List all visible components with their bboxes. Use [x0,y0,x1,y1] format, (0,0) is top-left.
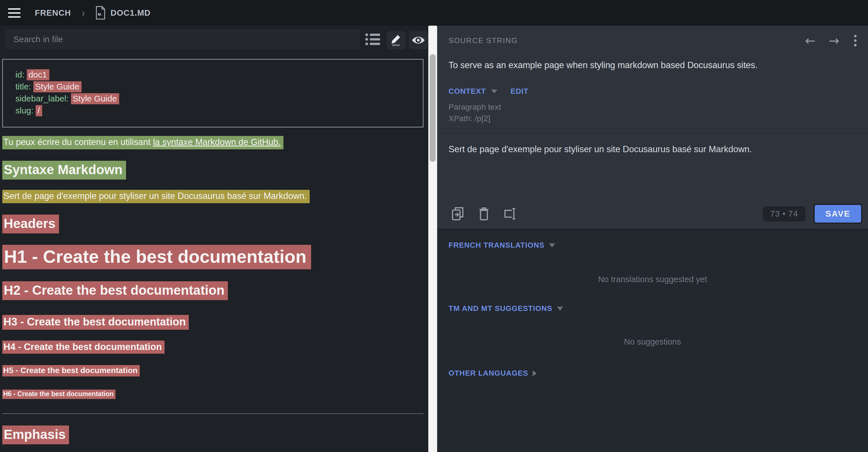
other-languages-label: OTHER LANGUAGES [448,369,528,378]
top-bar: FRENCH › M↓ DOC1.MD [0,0,868,26]
heading-h2: H2 - Create the best documentation [2,281,428,300]
frontmatter-line: id:doc1 [16,69,417,80]
translation-toolbar: 73 • 74 SAVE [437,203,868,225]
frontmatter-line: slug:/ [16,105,417,117]
untranslated-string[interactable]: H1 - Create the best documentation [2,245,311,269]
edit-mode-button[interactable] [387,31,405,49]
translation-panel: SOURCE STRING ← → To serve as an example… [437,26,868,452]
heading-h6: H6 - Create the best documentation [2,390,428,399]
frontmatter-key: id: [16,70,25,79]
heading-headers: Headers [2,215,428,233]
french-translations-label: FRENCH TRANSLATIONS [448,241,545,250]
tm-mt-suggestions-section[interactable]: TM AND MT SUGGESTIONS [437,304,868,313]
copy-source-button[interactable] [451,206,465,221]
svg-text:M↓: M↓ [97,12,102,17]
source-string[interactable]: Style Guide [33,81,82,92]
heading-h5: H5 - Create the best documentation [2,365,428,377]
hamburger-menu-icon[interactable] [8,8,21,18]
eye-icon [411,35,425,45]
heading-h1: H1 - Create the best documentation [2,245,428,269]
suggestions-area: FRENCH TRANSLATIONS No translations sugg… [437,230,868,452]
translation-input[interactable]: Sert de page d'exemple pour styliser un … [437,133,868,168]
pencil-icon [390,34,402,46]
untranslated-string[interactable]: H3 - Create the best documentation [2,315,189,330]
markdown-file-icon: M↓ [95,6,106,20]
untranslated-string[interactable]: H2 - Create the best documentation [2,281,228,300]
no-translations-message: No translations suggested yet [437,275,868,284]
edit-context-button[interactable]: EDIT [510,87,528,96]
source-string-card: SOURCE STRING ← → To serve as an example… [437,26,868,229]
vertical-scrollbar-thumb[interactable] [430,54,436,162]
horizontal-rule [2,413,424,414]
translated-string[interactable]: Syntaxe Markdown [2,161,126,180]
heading-syntax: Syntaxe Markdown [2,161,428,180]
char-counter: 73 • 74 [763,206,806,221]
translated-string[interactable]: Tu peux écrire du contenu en utilisant l… [2,136,283,149]
save-button[interactable]: SAVE [813,204,862,224]
text-cursor-icon [503,207,517,221]
context-toggle[interactable]: CONTEXT [448,87,486,96]
trash-icon [479,207,489,221]
inline-link[interactable]: la syntaxe Markdown de GitHub. [153,137,281,147]
preview-mode-button[interactable] [409,31,428,49]
source-string[interactable]: Style Guide [71,93,119,104]
heading-h3: H3 - Create the best documentation [2,315,428,330]
other-languages-section[interactable]: OTHER LANGUAGES [437,369,868,378]
list-view-button[interactable] [365,32,381,46]
frontmatter-key: slug: [16,106,33,115]
frontmatter-key: sidebar_label: [16,94,69,103]
breadcrumb-file[interactable]: DOC1.MD [111,8,151,18]
copy-source-icon [452,206,464,221]
selected-string[interactable]: Sert de page d'exemple pour styliser un … [2,190,310,203]
chevron-right-icon [533,370,537,377]
paragraph-intro: Tu peux écrire du contenu en utilisant l… [2,136,428,149]
source-string-title: SOURCE STRING [448,36,518,45]
french-translations-section[interactable]: FRENCH TRANSLATIONS [437,230,868,250]
next-string-button[interactable]: → [829,34,839,47]
untranslated-string[interactable]: H6 - Create the best documentation [2,390,116,399]
list-icon [365,33,380,45]
select-text-button[interactable] [503,206,517,221]
frontmatter-key: title: [16,82,31,91]
paragraph-selected: Sert de page d'exemple pour styliser un … [2,190,428,203]
search-input[interactable] [5,29,360,50]
vertical-scrollbar-track [428,26,437,452]
kebab-menu-icon[interactable] [852,34,858,47]
document-preview: id:doc1 title:Style Guide sidebar_label:… [0,53,428,452]
delete-translation-button[interactable] [477,206,491,221]
source-string-text: To serve as an example page when styling… [437,47,868,70]
tm-mt-label: TM AND MT SUGGESTIONS [448,304,552,313]
chevron-right-icon: › [82,6,85,19]
chevron-down-icon [557,306,563,311]
frontmatter-line: title:Style Guide [16,80,417,93]
file-search-row [0,26,428,53]
untranslated-string[interactable]: Headers [2,215,59,233]
source-string[interactable]: / [36,105,42,116]
chevron-down-icon [549,244,555,247]
frontmatter-line: sidebar_label:Style Guide [16,93,417,105]
heading-emphasis: Emphasis [2,425,428,444]
no-suggestions-message: No suggestions [437,337,868,347]
frontmatter-block: id:doc1 title:Style Guide sidebar_label:… [2,59,424,127]
context-type: Paragraph text [448,101,857,113]
chevron-down-icon [491,90,497,94]
untranslated-string[interactable]: H5 - Create the best documentation [2,365,140,377]
breadcrumb-project[interactable]: FRENCH [35,8,71,18]
untranslated-string[interactable]: H4 - Create the best documentation [2,341,164,354]
untranslated-string[interactable]: Emphasis [2,425,69,444]
heading-h4: H4 - Create the best documentation [2,341,428,354]
source-string[interactable]: doc1 [27,69,49,80]
previous-string-button[interactable]: ← [805,34,815,47]
context-xpath: XPath: /p[2] [448,113,857,124]
